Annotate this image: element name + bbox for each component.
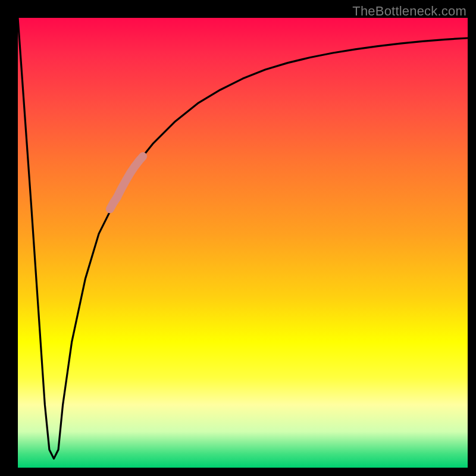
highlight-upper: [117, 156, 143, 198]
main-curve: [18, 18, 468, 459]
highlight-lower: [110, 198, 117, 209]
watermark-text: TheBottleneck.com: [352, 4, 466, 19]
curve-layer: [18, 18, 468, 468]
chart-frame: TheBottleneck.com: [0, 0, 476, 476]
plot-area: [18, 18, 468, 468]
